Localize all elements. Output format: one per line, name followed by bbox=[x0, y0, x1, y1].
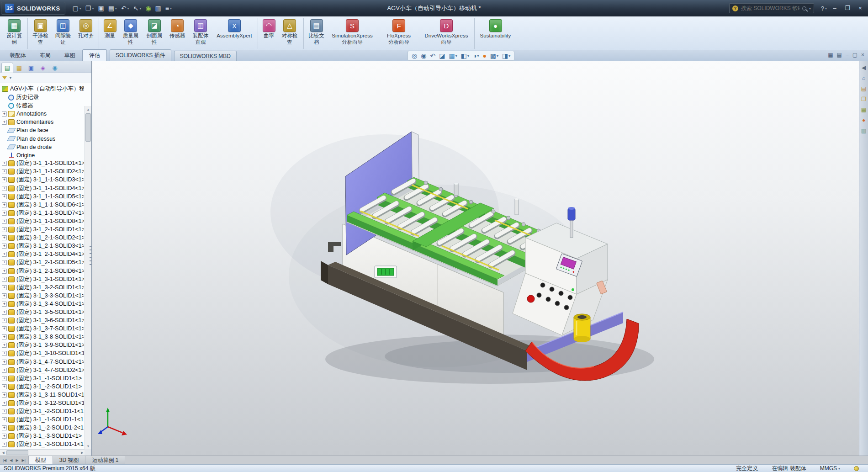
tab-assembly[interactable]: 装配体 bbox=[3, 49, 33, 61]
close-document-button[interactable]: × bbox=[861, 52, 864, 58]
tree-item[interactable]: + (固定) 3-1_1-1-SOLID3<1> bbox=[2, 176, 84, 184]
file-explorer-icon[interactable]: ❐ bbox=[861, 96, 866, 102]
expand-toggle[interactable]: + bbox=[2, 252, 7, 257]
chevron-down-icon[interactable]: ▼ bbox=[9, 76, 12, 80]
tree-item[interactable]: + (固定) 3-1_3-2-SOLID1<1> bbox=[2, 283, 84, 292]
first-tab-button[interactable]: |◀ bbox=[1, 458, 8, 462]
expand-toggle[interactable]: + bbox=[2, 235, 7, 240]
hole-alignment-button[interactable]: ◎ 孔对齐 bbox=[75, 18, 97, 49]
design-library-icon[interactable]: ▤ bbox=[861, 86, 866, 91]
custom-properties-icon[interactable]: ▥ bbox=[861, 128, 866, 133]
units-selector[interactable]: MMGS ▾ bbox=[820, 465, 840, 472]
expand-toggle[interactable]: + bbox=[2, 260, 7, 265]
zoom-fit-button[interactable]: ◎ ▾ bbox=[410, 52, 419, 59]
featuremanager-tab[interactable]: ▤ bbox=[1, 63, 13, 73]
expand-toggle[interactable]: + bbox=[2, 401, 7, 406]
view-orientation-button[interactable]: ▦ ▾ bbox=[447, 52, 459, 59]
edit-appearance-button[interactable]: ● ▾ bbox=[481, 52, 488, 59]
tree-item[interactable]: + (固定) 3-1_3-8-SOLID1<1> bbox=[2, 333, 84, 341]
options-button[interactable]: ≡ ▾ bbox=[164, 3, 174, 14]
tree-item[interactable]: + (固定) 3-1_1-1-SOLID1<1> bbox=[2, 159, 84, 168]
new-document-button[interactable]: ▢ ▾ bbox=[71, 3, 83, 14]
tree-item[interactable]: + (固定) 3-1_-2-SOLID1-2<1> bbox=[2, 424, 84, 432]
solidworks-resources-icon[interactable]: ⌂ bbox=[862, 75, 865, 81]
driveworksxpress-button[interactable]: D DriveWorksXpress 向导 bbox=[420, 18, 472, 49]
rebuild-button[interactable]: ◉ ▾ bbox=[143, 3, 153, 14]
tree-item[interactable]: + (固定) 3-1_-2-SOLID1<1> bbox=[2, 382, 84, 391]
tree-item[interactable]: + (固定) 3-1_-3-SOLID1<1> bbox=[2, 432, 84, 440]
expand-toggle[interactable]: + bbox=[2, 417, 7, 422]
expand-toggle[interactable]: + bbox=[2, 219, 7, 224]
simulationxpress-button[interactable]: S SimulationXpress 分析向导 bbox=[327, 18, 377, 49]
last-tab-button[interactable]: ▶| bbox=[21, 458, 27, 462]
scroll-left-arrow[interactable]: ◀ bbox=[0, 450, 6, 456]
graphics-viewport[interactable] bbox=[92, 61, 859, 456]
tree-item[interactable]: + (固定) 3-1_1-1-SOLID8<1> bbox=[2, 217, 84, 225]
search-icon[interactable] bbox=[802, 6, 806, 11]
tab-solidworks-addins[interactable]: SOLIDWORKS 插件 bbox=[110, 49, 171, 61]
displaymanager-tab[interactable]: ◉ bbox=[49, 63, 61, 73]
hide-show-items-button[interactable]: ◑ ▾ bbox=[471, 52, 481, 59]
apply-scene-button[interactable]: ▩ ▾ bbox=[488, 52, 500, 59]
cascade-windows-button[interactable]: ▦ bbox=[828, 52, 833, 58]
floxpress-button[interactable]: F FloXpress 分析向导 bbox=[377, 18, 420, 49]
tree-item[interactable]: Plan de droite bbox=[2, 143, 84, 151]
expand-toggle[interactable]: + bbox=[2, 442, 7, 447]
tree-item[interactable]: Plan de face bbox=[2, 126, 84, 134]
tree-horizontal-scrollbar[interactable]: ◀ ▶ bbox=[0, 449, 85, 456]
print-button[interactable]: ▤ ▾ bbox=[106, 3, 119, 14]
tree-item[interactable]: + (固定) 3-1_2-1-SOLID1<1> bbox=[2, 226, 84, 234]
scroll-up-arrow[interactable]: ▲ bbox=[85, 106, 91, 112]
dimxpertmanager-tab[interactable]: ◈ bbox=[37, 63, 49, 73]
interference-detection-button[interactable]: ▣ 干涉检 查 bbox=[27, 18, 51, 49]
tree-item[interactable]: + (固定) 3-1_1-1-SOLID6<1> bbox=[2, 201, 84, 209]
open-document-button[interactable]: ❐ ▾ bbox=[84, 3, 96, 14]
tree-item[interactable]: + (固定) 3-1_3-7-SOLID1<1> bbox=[2, 325, 84, 333]
expand-toggle[interactable]: + bbox=[2, 227, 7, 232]
expand-toggle[interactable]: + bbox=[2, 351, 7, 356]
select-tool-button[interactable]: ↖ ▾ bbox=[132, 3, 143, 14]
tree-item[interactable]: + (固定) 3-1_1-1-SOLID5<1> bbox=[2, 192, 84, 201]
chevron-down-icon[interactable]: ▾ bbox=[809, 6, 811, 11]
undo-button[interactable]: ↶ ▾ bbox=[119, 3, 131, 14]
expand-toggle[interactable]: + bbox=[2, 177, 7, 182]
expand-toggle[interactable]: + bbox=[2, 392, 7, 398]
mass-properties-button[interactable]: ◆ 质量属 性 bbox=[119, 18, 143, 49]
yellow-cylinder[interactable] bbox=[574, 314, 590, 342]
tree-vertical-scrollbar[interactable]: ▲ ▼ bbox=[85, 106, 91, 449]
model-tab[interactable]: 模型 bbox=[29, 456, 53, 464]
scrollbar-thumb[interactable] bbox=[6, 450, 28, 455]
tree-item[interactable]: 历史记录 bbox=[2, 93, 84, 101]
expand-toggle[interactable]: + bbox=[2, 211, 7, 216]
tree-item[interactable]: + (固定) 3-1_2-1-SOLID5<1> bbox=[2, 259, 84, 267]
design-study-button[interactable]: ▦ 设计算 例 bbox=[3, 18, 26, 49]
tab-solidworks-mbd[interactable]: SOLIDWORKS MBD bbox=[174, 51, 237, 61]
tile-windows-button[interactable]: ▤ bbox=[837, 52, 842, 58]
tree-item[interactable]: + (固定) 3-1_3-12-SOLID1<1> bbox=[2, 399, 84, 407]
search-input[interactable] bbox=[741, 5, 799, 11]
expand-toggle[interactable]: + bbox=[2, 120, 7, 125]
expand-toggle[interactable]: + bbox=[2, 161, 7, 166]
tab-sketch[interactable]: 草图 bbox=[58, 49, 82, 61]
expand-toggle[interactable]: + bbox=[2, 302, 7, 307]
filter-funnel-icon[interactable] bbox=[2, 76, 7, 80]
3d-views-tab[interactable]: 3D 视图 bbox=[53, 456, 86, 464]
minimize-document-button[interactable]: – bbox=[846, 52, 849, 58]
expand-toggle[interactable]: + bbox=[2, 169, 7, 174]
tree-item[interactable]: + (固定) 3-1_3-11-SOLID1<1> bbox=[2, 391, 84, 399]
expand-toggle[interactable]: + bbox=[2, 318, 7, 323]
clearance-verification-button[interactable]: ◫ 间隙验 证 bbox=[51, 18, 75, 49]
tree-item[interactable]: + (固定) 3-1_3-4-SOLID1<1> bbox=[2, 300, 84, 308]
tree-item[interactable]: + (固定) 3-1_-1-SOLID1-1<1> bbox=[2, 416, 84, 424]
restore-button[interactable]: ❐ bbox=[842, 3, 853, 13]
compare-documents-button[interactable]: ▤ 比较文 档 bbox=[303, 18, 327, 49]
tree-item[interactable]: + (固定) 3-1_3-1-SOLID1<1> bbox=[2, 275, 84, 283]
section-properties-button[interactable]: ◪ 剖面属 性 bbox=[143, 18, 166, 49]
tree-item[interactable]: + (固定) 3-1_3-3-SOLID1<1> bbox=[2, 292, 84, 300]
tree-item[interactable]: + (固定) 3-1_2-1-SOLID3<1> bbox=[2, 242, 84, 250]
expand-toggle[interactable]: + bbox=[2, 326, 7, 331]
file-properties-button[interactable]: ▥ ▾ bbox=[153, 3, 163, 14]
scrollbar-thumb[interactable] bbox=[85, 113, 91, 142]
prev-tab-button[interactable]: ◀ bbox=[8, 458, 14, 462]
motion-study-tab[interactable]: 运动算例 1 bbox=[85, 456, 125, 464]
